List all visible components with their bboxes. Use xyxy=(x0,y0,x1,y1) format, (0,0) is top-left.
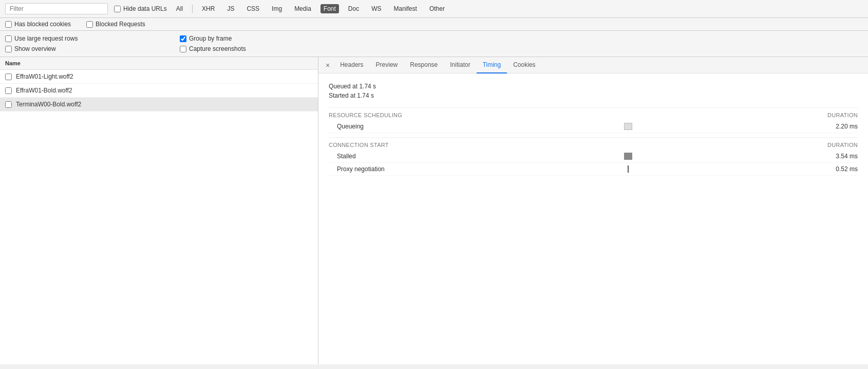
filter-type-all[interactable]: All xyxy=(173,4,186,13)
file-row-2[interactable]: TerminaW00-Bold.woff2 xyxy=(0,98,318,112)
file-row-2-checkbox[interactable] xyxy=(5,101,12,108)
filter-type-font[interactable]: Font xyxy=(320,4,339,13)
filter-type-doc[interactable]: Doc xyxy=(345,4,362,13)
queued-at: Queued at 1.74 s xyxy=(329,82,858,91)
has-blocked-cookies-checkbox[interactable] xyxy=(5,21,12,28)
blocked-requests-label[interactable]: Blocked Requests xyxy=(86,21,145,28)
resource-duration-label: DURATION xyxy=(827,112,858,118)
use-large-rows-label[interactable]: Use large request rows xyxy=(5,35,169,42)
file-row-1-checkbox[interactable] xyxy=(5,87,12,94)
resource-scheduling-title: Resource Scheduling xyxy=(329,112,402,118)
queueing-bar xyxy=(440,123,817,130)
proxy-bar xyxy=(440,165,817,173)
name-column-header: Name xyxy=(0,57,318,70)
proxy-label: Proxy negotiation xyxy=(337,165,440,173)
stalled-bar-visual xyxy=(624,153,632,160)
tab-response[interactable]: Response xyxy=(404,57,444,73)
show-overview-label[interactable]: Show overview xyxy=(5,45,169,52)
options-rows: Use large request rows Group by frame Sh… xyxy=(0,31,868,57)
use-large-rows-checkbox[interactable] xyxy=(5,35,12,42)
divider xyxy=(192,5,193,13)
queueing-label: Queueing xyxy=(337,123,440,130)
file-row-0[interactable]: EffraW01-Light.woff2 xyxy=(0,70,318,84)
filter-type-js[interactable]: JS xyxy=(224,4,237,13)
hide-data-urls-label[interactable]: Hide data URLs xyxy=(114,5,167,12)
connection-start-title: Connection Start xyxy=(329,142,389,148)
connection-start-header: Connection Start DURATION xyxy=(329,137,858,150)
options-row-1: Use large request rows Group by frame xyxy=(5,33,863,44)
filter-type-ws[interactable]: WS xyxy=(368,4,384,13)
file-row-2-name: TerminaW00-Bold.woff2 xyxy=(16,101,81,108)
stalled-duration: 3.54 ms xyxy=(817,153,858,160)
filter-type-other[interactable]: Other xyxy=(426,4,448,13)
show-overview-container: Show overview xyxy=(5,45,169,52)
proxy-duration: 0.52 ms xyxy=(817,165,858,173)
capture-screenshots-label[interactable]: Capture screenshots xyxy=(180,45,246,52)
proxy-row: Proxy negotiation 0.52 ms xyxy=(329,163,858,176)
filter-type-manifest[interactable]: Manifest xyxy=(391,4,420,13)
options-row-2: Show overview Capture screenshots xyxy=(5,44,863,54)
tab-timing[interactable]: Timing xyxy=(477,57,507,73)
show-overview-checkbox[interactable] xyxy=(5,46,12,52)
file-row-0-name: EffraW01-Light.woff2 xyxy=(16,73,73,80)
right-panel: × Headers Preview Response Initiator Tim… xyxy=(318,57,868,364)
stalled-row: Stalled 3.54 ms xyxy=(329,150,858,163)
tabs-bar: × Headers Preview Response Initiator Tim… xyxy=(318,57,868,73)
tab-initiator[interactable]: Initiator xyxy=(444,57,476,73)
tab-headers[interactable]: Headers xyxy=(334,57,369,73)
second-bar: Has blocked cookies Blocked Requests xyxy=(0,18,868,31)
top-bar: Hide data URLs All XHR JS CSS Img Media … xyxy=(0,0,868,18)
filter-type-img[interactable]: Img xyxy=(269,4,285,13)
queueing-duration: 2.20 ms xyxy=(817,123,858,130)
group-by-frame-checkbox[interactable] xyxy=(180,35,186,42)
file-row-1-name: EffraW01-Bold.woff2 xyxy=(16,87,72,94)
close-button[interactable]: × xyxy=(322,59,334,72)
tab-preview[interactable]: Preview xyxy=(370,57,404,73)
has-blocked-cookies-label[interactable]: Has blocked cookies xyxy=(5,21,71,28)
file-row-0-checkbox[interactable] xyxy=(5,73,12,80)
filter-type-xhr[interactable]: XHR xyxy=(199,4,218,13)
capture-screenshots-checkbox[interactable] xyxy=(180,46,186,52)
filter-input[interactable] xyxy=(5,3,108,14)
stalled-label: Stalled xyxy=(337,153,440,160)
stalled-bar xyxy=(440,153,817,160)
started-at: Started at 1.74 s xyxy=(329,91,858,100)
file-row-1[interactable]: EffraW01-Bold.woff2 xyxy=(0,84,318,98)
resource-scheduling-header: Resource Scheduling DURATION xyxy=(329,107,858,120)
hide-data-urls-checkbox[interactable] xyxy=(114,6,121,12)
timing-info: Queued at 1.74 s Started at 1.74 s xyxy=(329,82,858,100)
group-by-frame-label[interactable]: Group by frame xyxy=(180,35,232,42)
main-content: Name EffraW01-Light.woff2 EffraW01-Bold.… xyxy=(0,57,868,364)
filter-type-css[interactable]: CSS xyxy=(243,4,262,13)
queueing-row: Queueing 2.20 ms xyxy=(329,120,858,133)
filter-type-media[interactable]: Media xyxy=(291,4,314,13)
left-panel: Name EffraW01-Light.woff2 EffraW01-Bold.… xyxy=(0,57,318,364)
timing-content: Queued at 1.74 s Started at 1.74 s Resou… xyxy=(318,73,868,184)
use-large-rows-container: Use large request rows xyxy=(5,35,169,42)
proxy-bar-visual xyxy=(628,165,629,173)
blocked-requests-checkbox[interactable] xyxy=(86,21,93,28)
connection-duration-label: DURATION xyxy=(827,142,858,148)
queueing-bar-visual xyxy=(624,123,632,130)
tab-cookies[interactable]: Cookies xyxy=(507,57,541,73)
